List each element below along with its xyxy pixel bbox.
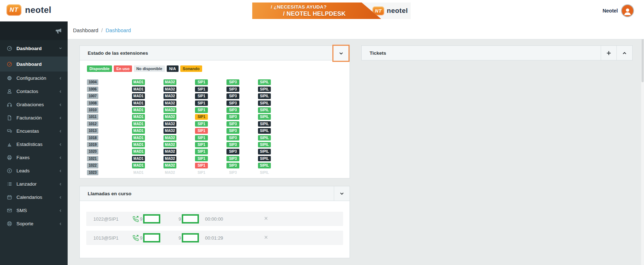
status-badge: SIP1	[195, 142, 208, 148]
callee-number: 9	[179, 214, 199, 224]
status-badge: SIP1	[195, 128, 208, 134]
hand-icon[interactable]	[54, 26, 63, 35]
sidebar-item-configuracion[interactable]: Configuración	[0, 72, 68, 85]
chevron-left-icon	[58, 195, 63, 200]
phone-outgoing-icon	[132, 215, 139, 222]
hangup-call-button[interactable]	[262, 234, 269, 241]
breadcrumb-separator: /	[101, 28, 103, 33]
status-badge: MAD2	[164, 114, 176, 120]
callee-number: 9	[179, 233, 199, 242]
sidebar-item-facturacion[interactable]: Facturación	[0, 111, 68, 124]
sidebar-item-leads[interactable]: Leads	[0, 164, 68, 177]
status-badge: SIPIL	[258, 100, 271, 106]
status-badge: SIPIL	[258, 87, 271, 92]
status-badge: SIP3	[226, 121, 239, 127]
call-duration: 00:01:29	[205, 235, 223, 241]
extension-row: 1021 MAD1 MAD2 SIP1 SIP3 SIPIL	[87, 154, 342, 161]
extensions-panel-body: Disponible En uso No disponible N/A Sona…	[79, 60, 350, 178]
extensions-panel-header: Estado de las extensiones	[79, 45, 350, 60]
status-badge: SIP3	[226, 79, 239, 85]
sidebar-item-dashboard[interactable]: Dashboard	[0, 40, 68, 57]
status-badge: MAD1	[132, 93, 145, 99]
legend-badge: Disponible	[87, 65, 112, 72]
call-duration: 00:00:00	[205, 216, 223, 222]
callee-number-prefix: 9	[179, 216, 181, 222]
helpdesk-banner[interactable]: / ¿NECESITAS AYUDA? / NEOTEL HELPDESK NT…	[252, 3, 411, 19]
status-badge: MAD1	[132, 170, 145, 176]
status-badge: MAD2	[164, 100, 176, 106]
extension-number-badge: 1020	[87, 149, 98, 154]
active-calls-panel: Llamadas en curso 1022@SIP1 9	[79, 186, 350, 258]
plus-icon	[606, 50, 612, 56]
sidebar-item-contactos[interactable]: Contactos	[0, 85, 68, 98]
status-badge: SIPIL	[258, 135, 271, 141]
expand-tickets-button[interactable]	[616, 46, 632, 60]
status-badge: MAD2	[164, 128, 176, 134]
extension-row: 1018 MAD1 MAD2 SIP1 SIP3 SIPIL	[87, 134, 342, 141]
status-badge: SIP1	[195, 149, 208, 154]
extension-number-badge: 1008	[87, 100, 98, 106]
status-badge: MAD2	[164, 149, 176, 154]
caller-number: 9	[140, 214, 160, 224]
chevron-left-icon	[58, 182, 63, 186]
chevron-left-icon	[58, 76, 63, 80]
collapse-calls-button[interactable]	[334, 186, 350, 201]
extension-number-badge: 1019	[87, 142, 98, 148]
legend-badge: Sonando	[180, 65, 202, 72]
calendar-icon	[6, 194, 13, 200]
tickets-panel-header: Tickets	[361, 45, 633, 60]
extension-row: 1006 MAD1 MAD2 SIP1 SIP3 SIPIL	[87, 85, 342, 92]
sidebar-menu: Configuración Contactos Grabaciones	[0, 72, 68, 230]
status-badge: MAD2	[164, 163, 176, 168]
status-badge: SIP3	[226, 87, 239, 92]
gauge-icon	[6, 45, 13, 51]
logo-wordmark: neotel	[25, 5, 52, 15]
breadcrumb: Dashboard / Dashboard	[68, 21, 644, 39]
legend-badge: N/A	[167, 65, 179, 72]
gear-icon	[6, 75, 13, 81]
sidebar-item-faxes[interactable]: Faxes	[0, 151, 68, 164]
status-badge: MAD1	[132, 114, 145, 120]
status-badge: MAD1	[132, 79, 145, 85]
sidebar-item-soporte[interactable]: Soporte	[0, 217, 68, 230]
breadcrumb-link-dashboard[interactable]: Dashboard	[73, 28, 98, 33]
status-badge: SIPIL	[258, 79, 271, 85]
app-logo[interactable]: NT neotel	[6, 4, 52, 16]
sidebar-subitem-dashboard-active[interactable]: Dashboard	[0, 57, 68, 72]
status-badge: MAD1	[132, 100, 145, 106]
sidebar-item-grabaciones[interactable]: Grabaciones	[0, 98, 68, 111]
status-badge: SIP3	[226, 93, 239, 99]
sidebar-item-estadisticas[interactable]: Estadísticas	[0, 138, 68, 151]
redacted-number-box	[182, 214, 199, 224]
sidebar-item-encuestas[interactable]: Encuestas	[0, 124, 68, 138]
status-badge: MAD1	[132, 87, 145, 92]
neotel-logo-icon: NT	[372, 6, 384, 15]
extensions-panel-title: Estado de las extensiones	[88, 50, 148, 56]
sidebar-item-calendarios[interactable]: Calendarios	[0, 191, 68, 204]
call-row: 1013@SIP1 9 9 00:01:29	[86, 231, 343, 245]
status-badge: SIP1	[195, 156, 208, 162]
status-badge: SIPIL	[258, 128, 271, 134]
sidebar-item-label: Dashboard	[16, 62, 63, 67]
logo-badge-text: NT	[10, 6, 19, 14]
caller-number-prefix: 9	[140, 216, 142, 222]
gauge-icon	[6, 61, 13, 67]
status-badge: MAD2	[164, 121, 176, 127]
sidebar-item-label: Encuestas	[16, 128, 58, 134]
vertical-scrollbar[interactable]	[641, 21, 644, 265]
collapse-extensions-button[interactable]	[332, 45, 350, 62]
hangup-call-button[interactable]	[262, 215, 269, 222]
status-badge: SIP3	[226, 135, 239, 141]
sidebar-item-lanzador[interactable]: Lanzador	[0, 177, 68, 191]
chevron-left-icon	[58, 129, 63, 133]
neotel-dashboard-app: NT neotel / ¿NECESITAS AYUDA? / NEOTEL H…	[0, 0, 644, 265]
user-menu[interactable]: Neotel	[602, 4, 634, 17]
caller-number: 9	[140, 233, 160, 242]
add-ticket-button[interactable]	[601, 46, 616, 60]
status-badge: MAD1	[132, 107, 145, 113]
sidebar-item-label: Soporte	[16, 221, 58, 226]
chevron-left-icon	[58, 208, 63, 213]
status-badge: SIP3	[226, 107, 239, 113]
sidebar-item-sms[interactable]: SMS	[0, 204, 68, 217]
calls-panel-header: Llamadas en curso	[79, 186, 350, 201]
